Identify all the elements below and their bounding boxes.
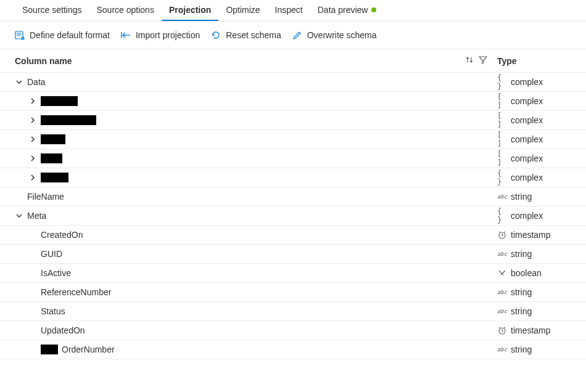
filter-icon[interactable] — [479, 55, 487, 66]
row-name-cell — [15, 134, 497, 144]
type-complex-icon: { } — [497, 78, 507, 86]
row-type-cell: [ ]complex — [497, 153, 571, 163]
type-string-icon: abc — [497, 250, 507, 258]
import-projection-button[interactable]: Import projection — [121, 30, 200, 40]
import-icon — [121, 30, 131, 40]
table-row[interactable]: Statusabcstring — [0, 302, 586, 321]
chevron-right-icon[interactable] — [28, 136, 37, 142]
type-label: complex — [511, 153, 543, 163]
toolbar: Define default format Import projection … — [0, 22, 586, 49]
column-name: IsActive — [41, 268, 71, 278]
type-label: timestamp — [511, 230, 551, 240]
type-boolean-icon — [497, 269, 507, 277]
table-row[interactable]: GUIDabcstring — [0, 245, 586, 264]
table-row[interactable]: { }complex — [0, 168, 586, 187]
type-label: complex — [511, 211, 543, 221]
table-row[interactable]: OrderNumberabcstring — [0, 340, 586, 359]
type-string-icon: abc — [497, 307, 507, 316]
tab-projection[interactable]: Projection — [162, 0, 218, 21]
table-row[interactable]: UpdatedOntimestamp — [0, 321, 586, 340]
table-row[interactable]: FileNameabcstring — [0, 187, 586, 206]
status-dot-icon — [371, 7, 376, 12]
column-name: Status — [41, 306, 65, 316]
row-name-cell: Status — [15, 306, 497, 316]
type-string-icon: abc — [497, 345, 507, 354]
form-icon — [15, 30, 25, 40]
row-name-cell — [15, 115, 497, 125]
row-name-cell: OrderNumber — [15, 345, 497, 354]
column-name: Meta — [27, 211, 46, 221]
type-complex-icon: [ ] — [497, 154, 507, 163]
row-type-cell: { }complex — [497, 173, 571, 182]
type-label: timestamp — [511, 325, 551, 335]
row-type-cell: timestamp — [497, 230, 571, 240]
row-name-cell: Data — [15, 77, 497, 87]
row-name-cell — [15, 96, 497, 106]
type-label: complex — [511, 96, 543, 106]
type-label: boolean — [511, 268, 542, 278]
table-row[interactable]: Data{ }complex — [0, 73, 586, 92]
chevron-right-icon[interactable] — [28, 98, 37, 104]
reset-schema-button[interactable]: Reset schema — [211, 30, 281, 40]
type-label: string — [511, 249, 532, 259]
tab-source-options[interactable]: Source options — [89, 0, 162, 21]
redacted-text — [41, 153, 62, 163]
row-type-cell: [ ]complex — [497, 96, 571, 106]
tab-label: Inspect — [275, 5, 303, 15]
table-row[interactable]: ReferenceNumberabcstring — [0, 283, 586, 302]
type-label: string — [511, 287, 532, 297]
column-name: OrderNumber — [62, 345, 115, 354]
tab-data-preview[interactable]: Data preview — [310, 0, 384, 21]
type-label: string — [511, 345, 532, 354]
tab-source-settings[interactable]: Source settings — [15, 0, 89, 21]
tab-label: Source settings — [22, 5, 82, 15]
row-name-cell: IsActive — [15, 268, 497, 278]
chevron-down-icon[interactable] — [15, 79, 23, 85]
table-row[interactable]: [ ]complex — [0, 130, 586, 149]
reset-icon — [211, 30, 221, 40]
tab-inspect[interactable]: Inspect — [268, 0, 310, 21]
import-projection-label: Import projection — [136, 30, 200, 40]
chevron-right-icon[interactable] — [28, 117, 37, 123]
column-name: CreatedOn — [41, 230, 83, 240]
table-row[interactable]: [ ]complex — [0, 149, 586, 168]
row-name-cell: UpdatedOn — [15, 325, 497, 335]
type-complex-icon: { } — [497, 211, 507, 220]
table-row[interactable]: CreatedOntimestamp — [0, 226, 586, 245]
row-type-cell: abcstring — [497, 345, 571, 354]
type-complex-icon: [ ] — [497, 135, 507, 144]
type-label: complex — [511, 115, 543, 125]
type-label: complex — [511, 173, 543, 182]
column-name: GUID — [41, 249, 62, 259]
column-name-header: Column name — [15, 56, 465, 66]
tab-label: Source options — [97, 5, 154, 15]
define-default-format-button[interactable]: Define default format — [15, 30, 110, 40]
redacted-text — [41, 173, 68, 182]
chevron-right-icon[interactable] — [28, 174, 37, 181]
type-label: complex — [511, 77, 543, 87]
table-row[interactable]: [ ]complex — [0, 92, 586, 111]
row-type-cell: { }complex — [497, 211, 571, 221]
overwrite-schema-label: Overwrite schema — [307, 30, 377, 40]
tabs-bar: Source settingsSource optionsProjectionO… — [0, 0, 586, 22]
row-name-cell — [15, 173, 497, 182]
row-type-cell: abcstring — [497, 249, 571, 259]
column-name: UpdatedOn — [41, 325, 85, 335]
reset-schema-label: Reset schema — [226, 30, 281, 40]
table-row[interactable]: Meta{ }complex — [0, 206, 586, 226]
tab-optimize[interactable]: Optimize — [218, 0, 267, 21]
row-type-cell: abcstring — [497, 287, 571, 297]
type-label: complex — [511, 134, 543, 144]
row-name-cell: ReferenceNumber — [15, 287, 497, 297]
table-row[interactable]: [ ]complex — [0, 111, 586, 130]
column-name: ReferenceNumber — [41, 287, 111, 297]
overwrite-schema-button[interactable]: Overwrite schema — [292, 30, 377, 40]
edit-icon — [292, 30, 302, 40]
chevron-down-icon[interactable] — [15, 213, 23, 219]
chevron-right-icon[interactable] — [28, 155, 37, 161]
tab-label: Data preview — [318, 5, 368, 15]
table-row[interactable]: IsActiveboolean — [0, 264, 586, 283]
sort-icon[interactable] — [465, 55, 474, 66]
define-default-format-label: Define default format — [30, 30, 110, 40]
schema-rows: Data{ }complex[ ]complex[ ]complex[ ]com… — [0, 73, 586, 359]
